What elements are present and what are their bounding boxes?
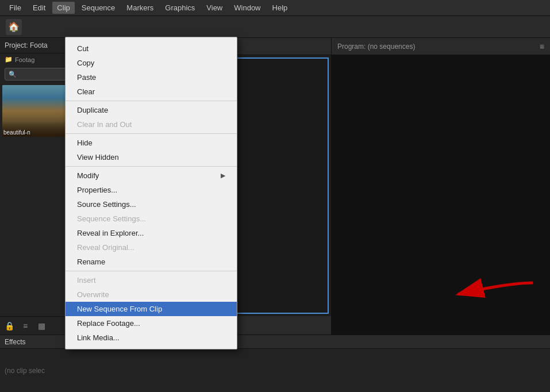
ctx-item-sequence-settings-: Sequence Settings... bbox=[66, 212, 237, 226]
submenu-arrow-icon: ▶ bbox=[221, 172, 225, 179]
ctx-item-link-media-[interactable]: Link Media... bbox=[66, 330, 237, 345]
ctx-item-label: New Sequence From Clip bbox=[77, 305, 162, 313]
ctx-item-overwrite: Overwrite bbox=[66, 287, 237, 302]
menu-markers[interactable]: Markers bbox=[122, 2, 158, 14]
ctx-item-cut[interactable]: Cut bbox=[66, 41, 237, 56]
ctx-item-label: Rename bbox=[77, 258, 105, 266]
ctx-item-replace-footage-[interactable]: Replace Footage... bbox=[66, 316, 237, 330]
ctx-item-label: Hide bbox=[77, 139, 93, 147]
folder-icon: 📁 bbox=[5, 56, 13, 63]
ctx-item-reveal-original-: Reveal Original... bbox=[66, 240, 237, 255]
ctx-item-clear[interactable]: Clear bbox=[66, 84, 237, 99]
main-toolbar: 🏠 bbox=[0, 16, 550, 38]
effects-label: Effects bbox=[5, 338, 25, 346]
ctx-item-label: Link Media... bbox=[77, 333, 120, 342]
menu-file[interactable]: File bbox=[5, 2, 26, 14]
ctx-item-rename[interactable]: Rename bbox=[66, 255, 237, 269]
context-menu: CutCopyPasteClearDuplicateClear In and O… bbox=[65, 37, 237, 349]
program-header: Program: (no sequences) ≡ bbox=[332, 38, 550, 55]
ctx-item-label: View Hidden bbox=[77, 153, 119, 162]
ctx-item-reveal-in-explorer-[interactable]: Reveal in Explorer... bbox=[66, 226, 237, 240]
menu-sequence[interactable]: Sequence bbox=[77, 2, 120, 14]
ctx-item-view-hidden[interactable]: View Hidden bbox=[66, 150, 237, 164]
ctx-item-label: Sequence Settings... bbox=[77, 214, 146, 223]
program-label: Program: (no sequences) bbox=[337, 43, 415, 51]
ctx-item-copy[interactable]: Copy bbox=[66, 56, 237, 70]
menu-section-4: InsertOverwriteNew Sequence From ClipRep… bbox=[66, 271, 237, 347]
ctx-item-label: Insert bbox=[77, 276, 96, 285]
ctx-item-paste[interactable]: Paste bbox=[66, 70, 237, 84]
ctx-item-label: Copy bbox=[77, 59, 94, 67]
menu-section-3: Modify▶Properties...Source Settings...Se… bbox=[66, 167, 237, 271]
menu-clip[interactable]: Clip bbox=[52, 2, 74, 14]
ctx-item-label: Duplicate bbox=[77, 106, 108, 114]
home-button[interactable]: 🏠 bbox=[6, 19, 22, 35]
menu-section-2: HideView Hidden bbox=[66, 134, 237, 167]
ctx-item-label: Paste bbox=[77, 73, 96, 82]
ctx-item-label: Cut bbox=[77, 44, 89, 53]
ctx-item-modify[interactable]: Modify▶ bbox=[66, 168, 237, 183]
thumbnail-item[interactable]: beautiful-n bbox=[2, 85, 71, 137]
ctx-item-label: Reveal in Explorer... bbox=[77, 229, 144, 237]
menu-view[interactable]: View bbox=[202, 2, 227, 14]
menu-bar: File Edit Clip Sequence Markers Graphics… bbox=[0, 0, 550, 16]
menu-edit[interactable]: Edit bbox=[28, 2, 50, 14]
lock-icon[interactable]: 🔒 bbox=[2, 319, 16, 333]
ctx-item-clear-in-and-out: Clear In and Out bbox=[66, 117, 237, 132]
menu-window[interactable]: Window bbox=[229, 2, 265, 14]
no-clip-label: (no clip selec bbox=[5, 367, 45, 375]
app-body: 🏠 Project: Foota 📁 Footag 🔍 bbox=[0, 16, 550, 392]
grid-view-icon[interactable]: ▦ bbox=[34, 319, 48, 333]
program-viewer bbox=[332, 55, 550, 335]
ctx-item-label: Overwrite bbox=[77, 290, 109, 299]
ctx-item-label: Source Settings... bbox=[77, 200, 136, 209]
ctx-item-insert: Insert bbox=[66, 273, 237, 287]
effects-content: (no clip selec bbox=[0, 349, 550, 392]
ctx-item-source-settings-[interactable]: Source Settings... bbox=[66, 197, 237, 212]
ctx-item-label: Properties... bbox=[77, 186, 117, 194]
menu-section-0: CutCopyPasteClear bbox=[66, 40, 237, 101]
menu-help[interactable]: Help bbox=[268, 2, 293, 14]
ctx-item-label: Modify bbox=[77, 171, 99, 180]
ctx-item-label: Reveal Original... bbox=[77, 243, 134, 252]
thumbnail-label: beautiful-n bbox=[3, 129, 30, 136]
search-icon: 🔍 bbox=[9, 71, 17, 78]
menu-section-1: DuplicateClear In and Out bbox=[66, 101, 237, 134]
ctx-item-label: Clear bbox=[77, 87, 95, 96]
ctx-item-new-sequence-from-clip[interactable]: New Sequence From Clip bbox=[66, 302, 237, 316]
ctx-item-properties-[interactable]: Properties... bbox=[66, 183, 237, 197]
ctx-item-hide[interactable]: Hide bbox=[66, 136, 237, 150]
list-view-icon[interactable]: ≡ bbox=[18, 319, 32, 333]
program-panel: Program: (no sequences) ≡ bbox=[332, 38, 550, 335]
program-menu-icon[interactable]: ≡ bbox=[540, 42, 544, 51]
menu-graphics[interactable]: Graphics bbox=[160, 2, 199, 14]
ctx-item-label: Clear In and Out bbox=[77, 120, 132, 129]
ctx-item-duplicate[interactable]: Duplicate bbox=[66, 103, 237, 117]
ctx-item-label: Replace Footage... bbox=[77, 319, 140, 328]
